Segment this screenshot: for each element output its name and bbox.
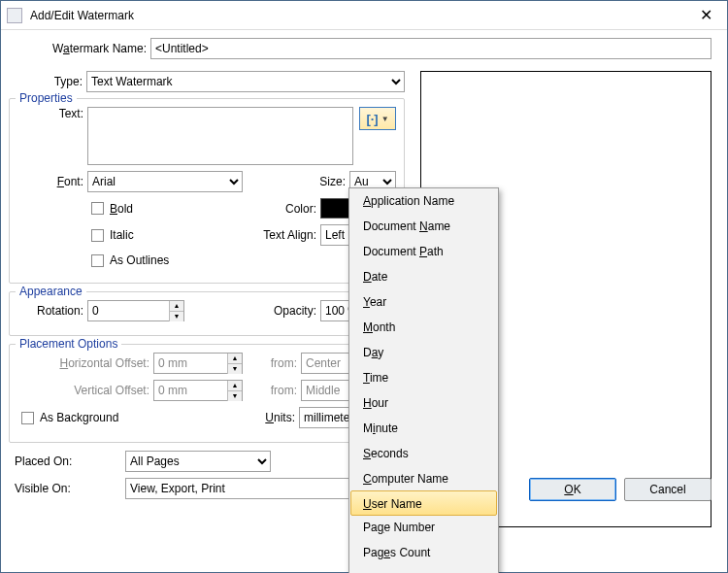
macro-menu-item[interactable]: Application Name: [349, 188, 498, 214]
macro-menu-item[interactable]: Date: [349, 264, 498, 289]
macro-menu-item[interactable]: Seconds: [349, 441, 498, 466]
macro-menu-item[interactable]: Document Path: [349, 239, 498, 264]
properties-group: Properties Text: [·] ▼ Font:: [9, 98, 405, 284]
v-offset-label: Vertical Offset:: [17, 384, 153, 397]
macro-menu-item[interactable]: Document Name: [349, 214, 498, 239]
visible-on-label: Visible On:: [9, 482, 125, 495]
cancel-button[interactable]: Cancel: [624, 478, 711, 501]
size-label: Size:: [243, 175, 349, 188]
italic-checkbox[interactable]: Italic: [91, 226, 134, 244]
placed-on-select[interactable]: All Pages: [125, 451, 271, 472]
text-input[interactable]: [87, 107, 353, 165]
appearance-title: Appearance: [16, 285, 86, 298]
rotation-label: Rotation:: [17, 304, 87, 318]
opacity-label: Opacity:: [184, 304, 320, 318]
macro-icon: [·]: [366, 112, 378, 126]
chevron-down-icon: ▼: [381, 115, 389, 123]
units-label: Units:: [157, 411, 299, 424]
h-offset-spinner[interactable]: 0 mm ▲▼: [153, 353, 243, 374]
placed-on-label: Placed On:: [9, 455, 125, 468]
v-from-label: from:: [243, 384, 301, 397]
macro-menu-item[interactable]: Day: [349, 340, 498, 365]
dialog-window: Add/Edit Watermark ✕ Watermark Name: Typ…: [0, 0, 728, 573]
macro-menu-item[interactable]: Minute: [349, 416, 498, 441]
h-offset-label: Horizontal Offset:: [17, 356, 153, 370]
macro-menu-item[interactable]: Time: [349, 365, 498, 390]
color-label: Color:: [172, 202, 320, 216]
macro-menu-item[interactable]: Environment Variable: [349, 565, 498, 573]
macro-menu-item[interactable]: Year: [349, 289, 498, 315]
text-label: Text:: [17, 107, 87, 120]
watermark-name-label: Watermark Name:: [13, 42, 150, 55]
rotation-spinner[interactable]: 0 ▲▼: [87, 300, 184, 321]
as-background-checkbox[interactable]: As Background: [21, 409, 118, 426]
app-icon: [7, 8, 22, 23]
macro-button[interactable]: [·] ▼: [359, 107, 396, 130]
font-select[interactable]: Arial: [87, 171, 243, 192]
properties-title: Properties: [16, 91, 77, 105]
macro-menu-item[interactable]: Pages Count: [349, 540, 498, 565]
macro-menu-item[interactable]: Hour: [349, 390, 498, 416]
macro-menu: Application NameDocument NameDocument Pa…: [348, 187, 499, 573]
type-select[interactable]: Text Watermark: [86, 71, 405, 92]
type-label: Type:: [9, 75, 86, 88]
watermark-name-input[interactable]: [150, 38, 711, 59]
h-from-label: from:: [243, 356, 301, 370]
window-title: Add/Edit Watermark: [30, 1, 684, 30]
macro-menu-item[interactable]: Computer Name: [349, 466, 498, 491]
font-label: Font:: [17, 175, 87, 188]
titlebar[interactable]: Add/Edit Watermark ✕: [1, 1, 727, 30]
placement-group: Placement Options Horizontal Offset: 0 m…: [9, 344, 405, 443]
appearance-group: Appearance Rotation: 0 ▲▼ Opacity: 100 %…: [9, 291, 405, 336]
client-area: Watermark Name: Type: Text Watermark Pro…: [1, 30, 727, 513]
text-align-label: Text Align:: [173, 228, 320, 242]
v-offset-spinner[interactable]: 0 mm ▲▼: [153, 380, 243, 401]
close-button[interactable]: ✕: [684, 1, 727, 29]
bold-checkbox[interactable]: Bold: [91, 200, 133, 218]
ok-button[interactable]: OK: [529, 478, 616, 501]
as-outlines-checkbox[interactable]: As Outlines: [91, 252, 169, 269]
placement-title: Placement Options: [16, 337, 121, 351]
macro-menu-item[interactable]: User Name: [350, 490, 497, 516]
macro-menu-item[interactable]: Page Number: [349, 515, 498, 540]
macro-menu-item[interactable]: Month: [349, 315, 498, 340]
